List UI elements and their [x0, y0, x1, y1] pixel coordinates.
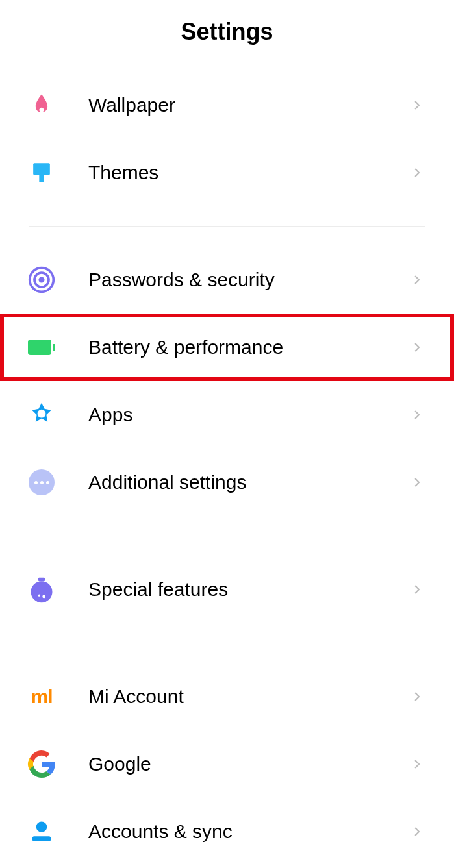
settings-item-google[interactable]: Google: [0, 730, 454, 798]
chevron-right-icon: [411, 99, 423, 111]
settings-item-label: Special features: [88, 578, 411, 601]
chevron-right-icon: [411, 341, 423, 353]
chevron-right-icon: [411, 691, 423, 702]
settings-item-accounts-sync[interactable]: Accounts & sync: [0, 798, 454, 865]
page-title: Settings: [0, 18, 454, 45]
google-icon: [27, 750, 56, 778]
svg-point-6: [38, 410, 46, 418]
mi-icon: ml: [27, 682, 56, 711]
settings-item-wallpaper[interactable]: Wallpaper: [0, 71, 454, 139]
settings-item-label: Themes: [88, 162, 411, 184]
chevron-right-icon: [411, 826, 423, 837]
security-icon: [27, 266, 56, 294]
chevron-right-icon: [411, 758, 423, 770]
svg-point-8: [31, 581, 53, 602]
settings-item-mi-account[interactable]: ml Mi Account: [0, 663, 454, 730]
svg-point-11: [36, 821, 47, 832]
chevron-right-icon: [411, 274, 423, 286]
chevron-right-icon: [411, 167, 423, 179]
svg-rect-1: [39, 175, 44, 182]
settings-item-themes[interactable]: Themes: [0, 139, 454, 206]
settings-item-label: Apps: [88, 404, 411, 426]
settings-item-label: Passwords & security: [88, 269, 411, 291]
battery-icon: [27, 333, 56, 362]
settings-item-label: Mi Account: [88, 686, 411, 708]
additional-icon: [27, 468, 56, 497]
wallpaper-icon: [27, 91, 56, 119]
section-divider: [29, 643, 425, 643]
settings-item-label: Wallpaper: [88, 94, 411, 116]
section-divider: [29, 536, 425, 536]
svg-point-5: [38, 277, 44, 282]
apps-icon: [27, 401, 56, 429]
settings-item-additional-settings[interactable]: Additional settings: [0, 449, 454, 516]
section-divider: [29, 226, 425, 227]
settings-item-label: Accounts & sync: [88, 821, 411, 843]
svg-rect-7: [38, 578, 45, 582]
svg-rect-0: [33, 163, 50, 175]
settings-item-passwords-security[interactable]: Passwords & security: [0, 246, 454, 314]
settings-item-label: Google: [88, 753, 411, 775]
svg-point-9: [42, 595, 45, 599]
chevron-right-icon: [411, 584, 423, 595]
settings-item-label: Battery & performance: [88, 336, 411, 358]
themes-icon: [27, 158, 56, 187]
chevron-right-icon: [411, 477, 423, 488]
header: Settings: [0, 0, 454, 71]
svg-rect-12: [32, 836, 51, 841]
chevron-right-icon: [411, 409, 423, 421]
accounts-icon: [27, 817, 56, 846]
settings-item-special-features[interactable]: Special features: [0, 556, 454, 623]
special-icon: [27, 575, 56, 604]
settings-item-apps[interactable]: Apps: [0, 381, 454, 449]
settings-item-label: Additional settings: [88, 471, 411, 493]
settings-item-battery-performance[interactable]: Battery & performance: [0, 314, 454, 381]
svg-point-10: [38, 595, 40, 597]
